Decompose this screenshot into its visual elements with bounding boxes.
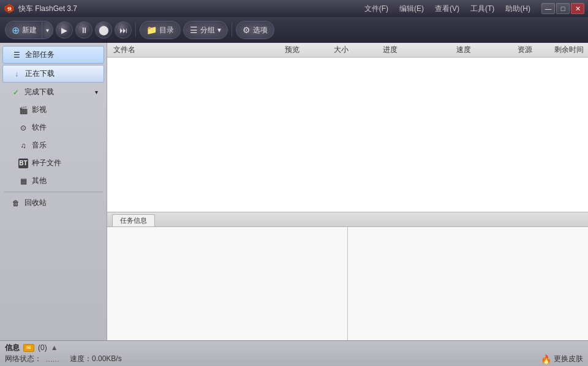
pause-icon: ⏸ — [80, 26, 88, 35]
info-label: 信息 — [5, 343, 20, 353]
separator-1 — [135, 23, 136, 37]
new-main-button[interactable]: ⊕ 新建 — [5, 21, 42, 39]
col-filename: 文件名 — [110, 45, 281, 55]
completed-icon: ✓ — [11, 88, 21, 97]
software-icon: ⊙ — [18, 123, 28, 133]
window-controls: — □ ✕ — [541, 3, 584, 14]
sidebar-item-completed[interactable]: ✓ 完成下载 ▾ — [2, 84, 104, 100]
net-dots: …… — [45, 355, 59, 364]
dir-icon: 📁 — [146, 25, 157, 35]
svg-text:快: 快 — [7, 6, 12, 11]
all-tasks-icon: ☰ — [12, 50, 21, 60]
play-icon: ▶ — [61, 26, 67, 35]
pause-button[interactable]: ⏸ — [75, 21, 92, 39]
sidebar-item-completed-label: 完成下载 — [24, 87, 54, 97]
dir-button[interactable]: 📁 目录 — [140, 21, 181, 39]
new-arrow-icon: ▾ — [46, 27, 49, 34]
sidebar-item-downloading[interactable]: ↓ 正在下载 — [2, 65, 104, 83]
main-layout: ☰ 全部任务 ↓ 正在下载 ✓ 完成下载 ▾ 🎬 影视 ⊙ 软件 ♫ — [0, 43, 588, 340]
task-info-content — [107, 227, 588, 340]
col-progress: 进度 — [379, 45, 453, 55]
mail-icon[interactable]: ✉ — [23, 344, 34, 352]
toolbar: ⊕ 新建 ▾ ▶ ⏸ ⬤ ⏭ 📁 目录 ☰ 分组 ▾ — [0, 17, 588, 43]
new-button-group: ⊕ 新建 ▾ — [5, 21, 53, 39]
completed-expand-icon: ▾ — [95, 89, 98, 95]
separator-2 — [232, 23, 232, 37]
close-button[interactable]: ✕ — [571, 3, 584, 14]
new-arrow-button[interactable]: ▾ — [42, 21, 53, 39]
sidebar-item-trash[interactable]: 🗑 回收站 — [2, 195, 104, 211]
col-speed: 速度 — [453, 45, 514, 55]
sidebar: ☰ 全部任务 ↓ 正在下载 ✓ 完成下载 ▾ 🎬 影视 ⊙ 软件 ♫ — [0, 43, 107, 340]
sidebar-item-torrent[interactable]: BT 种子文件 — [2, 155, 104, 171]
col-source: 资源 — [514, 45, 551, 55]
net-label: 网络状态： — [5, 354, 42, 364]
play-button[interactable]: ▶ — [56, 21, 73, 39]
status-row-net: 网络状态： …… 速度：0.00KB/s 🔥 更换皮肤 — [5, 354, 583, 364]
menu-tools[interactable]: 工具(T) — [466, 2, 499, 15]
group-arrow-icon: ▾ — [217, 26, 221, 34]
app-container: ⊕ 新建 ▾ ▶ ⏸ ⬤ ⏭ 📁 目录 ☰ 分组 ▾ — [0, 17, 588, 366]
column-headers: 文件名 预览 大小 进度 速度 资源 剩余时间 — [107, 43, 588, 58]
menu-view[interactable]: 查看(V) — [430, 2, 464, 15]
sidebar-item-all[interactable]: ☰ 全部任务 — [2, 46, 104, 64]
menu-help[interactable]: 助助(H) — [500, 2, 535, 15]
speed-label: 速度：0.00KB/s — [70, 354, 122, 364]
sidebar-item-all-label: 全部任务 — [25, 50, 55, 60]
sidebar-item-downloading-label: 正在下载 — [25, 69, 55, 79]
task-info-tab-item[interactable]: 任务信息 — [112, 214, 155, 226]
col-remaining: 剩余时间 — [551, 45, 588, 55]
stop-icon: ⬤ — [99, 24, 109, 35]
col-preview: 预览 — [281, 45, 330, 55]
group-label: 分组 — [200, 25, 215, 35]
app-title: 快车 FlashGet 3.7 — [18, 4, 360, 14]
sidebar-item-software[interactable]: ⊙ 软件 — [2, 119, 104, 136]
change-skin-button[interactable]: 🔥 更换皮肤 — [541, 354, 583, 364]
status-row-info: 信息 ✉ (0) ▲ — [5, 343, 583, 353]
task-info-panel: 任务信息 — [107, 212, 588, 340]
sidebar-item-video-label: 影视 — [32, 105, 47, 115]
col-size: 大小 — [330, 45, 379, 55]
group-button[interactable]: ☰ 分组 ▾ — [183, 21, 228, 39]
sidebar-item-music[interactable]: ♫ 音乐 — [2, 137, 104, 154]
sidebar-item-software-label: 软件 — [32, 122, 47, 133]
skip-icon: ⏭ — [119, 26, 127, 35]
stop-button[interactable]: ⬤ — [95, 21, 112, 39]
collapse-button[interactable]: ▲ — [51, 343, 58, 352]
new-label: 新建 — [22, 25, 37, 35]
task-info-right-pane — [348, 227, 588, 340]
app-icon: 快 — [4, 3, 15, 14]
options-icon: ⚙ — [243, 25, 251, 35]
fire-icon: 🔥 — [541, 354, 551, 364]
downloading-icon: ↓ — [12, 69, 21, 79]
sidebar-item-trash-label: 回收站 — [24, 198, 47, 208]
video-icon: 🎬 — [18, 105, 28, 115]
title-bar: 快 快车 FlashGet 3.7 文件(F) 编辑(E) 查看(V) 工具(T… — [0, 0, 588, 17]
sidebar-item-torrent-label: 种子文件 — [32, 158, 61, 168]
sidebar-item-video[interactable]: 🎬 影视 — [2, 102, 104, 118]
group-icon: ☰ — [190, 25, 198, 35]
sidebar-item-music-label: 音乐 — [32, 140, 47, 151]
new-plus-icon: ⊕ — [12, 24, 20, 36]
sidebar-item-other[interactable]: ▦ 其他 — [2, 173, 104, 189]
skin-label: 更换皮肤 — [554, 354, 583, 364]
menu-edit[interactable]: 编辑(E) — [394, 2, 429, 15]
maximize-button[interactable]: □ — [556, 3, 570, 14]
menu-file[interactable]: 文件(F) — [360, 2, 393, 15]
sidebar-item-other-label: 其他 — [32, 176, 47, 186]
trash-icon: 🗑 — [11, 198, 21, 208]
sidebar-divider — [4, 192, 103, 192]
skip-button[interactable]: ⏭ — [115, 21, 132, 39]
menu-bar: 文件(F) 编辑(E) 查看(V) 工具(T) 助助(H) — [360, 2, 535, 15]
other-icon: ▦ — [18, 176, 28, 186]
status-bar: 信息 ✉ (0) ▲ 网络状态： …… 速度：0.00KB/s 🔥 更换皮肤 — [0, 340, 588, 366]
torrent-icon: BT — [18, 159, 28, 168]
music-icon: ♫ — [18, 141, 28, 151]
minimize-button[interactable]: — — [541, 3, 555, 14]
content-area: 文件名 预览 大小 进度 速度 资源 剩余时间 任务信息 — [107, 43, 588, 340]
options-button[interactable]: ⚙ 选项 — [236, 21, 274, 39]
task-info-left-pane — [107, 227, 348, 340]
options-label: 选项 — [253, 25, 268, 35]
download-list[interactable] — [107, 58, 588, 212]
mail-count: (0) — [38, 343, 47, 352]
